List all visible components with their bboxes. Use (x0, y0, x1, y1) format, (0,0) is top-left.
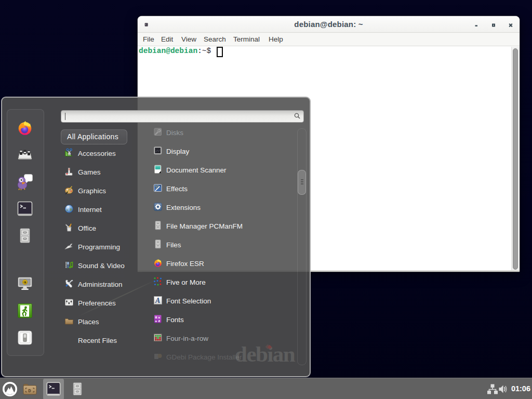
svg-text:a: a (158, 319, 161, 323)
svg-text:D: D (28, 389, 31, 394)
svg-text:a: a (155, 315, 157, 319)
svg-text:A: A (155, 297, 160, 304)
